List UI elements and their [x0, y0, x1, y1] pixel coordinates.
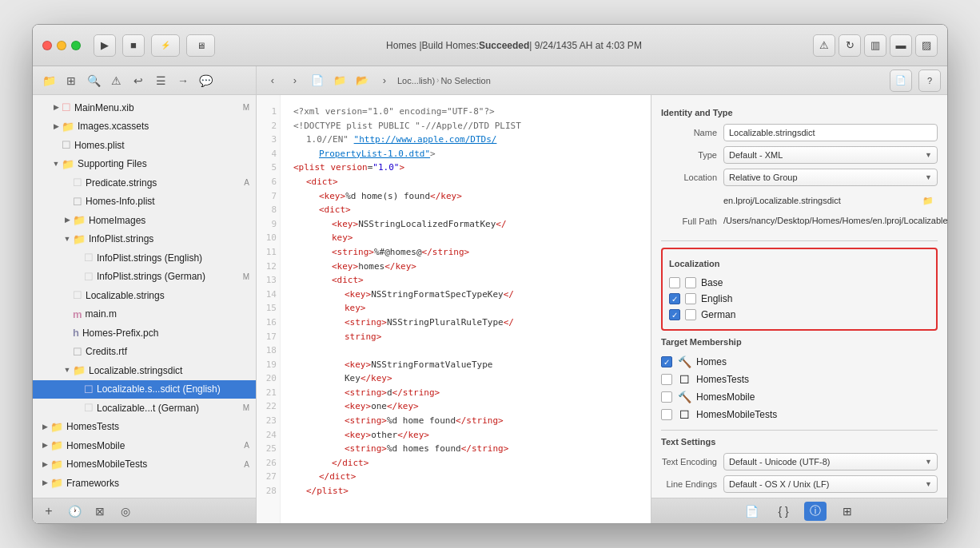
- file-nav-icon[interactable]: 📄: [308, 71, 327, 90]
- code-line: <key>one</key>: [293, 399, 638, 414]
- tree-item-homesmobiletests[interactable]: ▶ 📁 HomesMobileTests A: [33, 455, 256, 475]
- close-button[interactable]: [42, 41, 52, 50]
- tree-item-mainmenu[interactable]: ▶ ☐ MainMenu.xib M: [33, 98, 256, 117]
- location-select[interactable]: Relative to Group ▼: [723, 169, 938, 186]
- tree-item-stringsdict-de[interactable]: ▶ ☐ Localizable...t (German) M: [33, 399, 256, 418]
- list-icon[interactable]: ☰: [151, 71, 170, 90]
- history-button[interactable]: 🕐: [65, 502, 84, 521]
- activity-button[interactable]: ↻: [839, 34, 861, 57]
- tree-item-main-m[interactable]: ▶ m main.m: [33, 305, 256, 324]
- add-button[interactable]: +: [39, 502, 58, 521]
- file-icon: ☐: [73, 175, 82, 191]
- homestests-target-checkbox[interactable]: [661, 374, 672, 385]
- play-button[interactable]: ▶: [94, 34, 116, 57]
- tree-item-localizable-strings[interactable]: ▶ ☐ Localizable.strings: [33, 286, 256, 305]
- tree-item-predicate[interactable]: ▶ ☐ Predicate.strings A: [33, 173, 256, 193]
- badge: M: [243, 271, 249, 283]
- code-line: Key</key>: [293, 371, 638, 386]
- tree-item-infoplist-de[interactable]: ▶ ☐ InfoPlist.strings (German) M: [33, 268, 256, 287]
- encoding-select[interactable]: Default - Unicode (UTF-8) ▼: [723, 453, 938, 471]
- german-checkbox[interactable]: [669, 309, 680, 320]
- tree-item-stringsdict-en[interactable]: ▶ ☐ Localizable.s...sdict (English): [33, 380, 256, 399]
- breadcrumb-item[interactable]: No Selection: [440, 76, 490, 85]
- location-button[interactable]: ◎: [116, 502, 135, 521]
- german-checkbox2[interactable]: [685, 309, 696, 320]
- grid-icon[interactable]: ⊞: [62, 71, 81, 90]
- file-label: Predicate.strings: [86, 176, 157, 190]
- file-icon: m: [73, 307, 82, 323]
- device-button[interactable]: 🖥: [186, 34, 215, 57]
- loc-row-german: German: [669, 307, 930, 323]
- code-editor[interactable]: <?xml version="1.0" encoding="UTF-8"?> <…: [281, 95, 651, 523]
- homes-target-checkbox[interactable]: [661, 356, 672, 367]
- tree-item-homeimages[interactable]: ▶ 📁 HomeImages: [33, 211, 256, 230]
- build-settings-btn[interactable]: ⊞: [836, 502, 858, 521]
- tree-item-supporting[interactable]: ▼ 📁 Supporting Files: [33, 155, 256, 174]
- file-inspector-btn[interactable]: 📄: [740, 502, 763, 521]
- base-checkbox[interactable]: [669, 277, 680, 288]
- back-button[interactable]: ‹: [263, 71, 282, 90]
- tree-item-frameworks[interactable]: ▶ 📁 Frameworks: [33, 474, 256, 493]
- folder-nav-icon[interactable]: 📁: [330, 71, 349, 90]
- folder-icon[interactable]: 📁: [39, 71, 58, 90]
- tree-item-infoplist[interactable]: ▼ 📁 InfoPlist.strings: [33, 230, 256, 249]
- base-checkbox2[interactable]: [685, 277, 696, 288]
- folder2-nav-icon[interactable]: 📂: [353, 71, 372, 90]
- new-file-button[interactable]: 📄: [890, 69, 912, 92]
- homesmobiletests-target-checkbox[interactable]: [661, 409, 672, 420]
- utility-toggle[interactable]: ▨: [915, 34, 938, 57]
- arrow-icon[interactable]: →: [173, 71, 193, 90]
- target-row-homesmobiletests: ☐ HomesMobileTests: [661, 406, 938, 423]
- type-select[interactable]: Default - XML ▼: [723, 146, 938, 164]
- file-icon: ☐: [73, 344, 82, 360]
- warnings-button[interactable]: ⚠: [813, 34, 835, 57]
- main-content: 📁 ⊞ 🔍 ⚠ ↩ ☰ → 💬 ▶ ☐ MainMenu.xib M: [33, 66, 947, 523]
- build-status: Homes | Build Homes: Succeeded | 9/24/14…: [221, 40, 807, 51]
- tree-item-homes-plist[interactable]: ▶ ☐ Homes.plist: [33, 136, 256, 155]
- tree-item-homesmobile[interactable]: ▶ 📁 HomesMobile A: [33, 436, 256, 455]
- sidebar-bottom: + 🕐 ⊠ ◎: [33, 498, 256, 523]
- arrow-open-icon: ▼: [50, 159, 62, 170]
- arrow-nav-icon[interactable]: ›: [375, 71, 394, 90]
- type-value: Default - XML: [729, 150, 783, 160]
- tree-item-infoplist-en[interactable]: ▶ ☐ InfoPlist.strings (English): [33, 248, 256, 268]
- stop-button[interactable]: ■: [122, 34, 145, 57]
- quick-help-btn[interactable]: { }: [772, 502, 795, 521]
- code-line: <key>NSStringFormatValueType: [293, 358, 638, 372]
- file-icon: ☐: [84, 400, 94, 416]
- undo-icon[interactable]: ↩: [129, 71, 148, 90]
- forward-button[interactable]: ›: [285, 71, 305, 90]
- maximize-button[interactable]: [71, 41, 81, 50]
- tree-item-homes-prefix[interactable]: ▶ h Homes-Prefix.pch: [33, 324, 256, 343]
- breadcrumb-item[interactable]: Loc...lish): [397, 76, 435, 85]
- tree-item-credits[interactable]: ▶ ☐ Credits.rtf: [33, 343, 256, 362]
- line-endings-select[interactable]: Default - OS X / Unix (LF) ▼: [723, 475, 938, 493]
- filter-button[interactable]: ⊠: [90, 502, 110, 521]
- homesmobile-target-checkbox[interactable]: [661, 391, 672, 403]
- code-line: PropertyList-1.0.dtd">: [293, 147, 638, 161]
- build-result: Succeeded: [479, 40, 529, 51]
- name-input[interactable]: Localizable.stringsdict: [723, 124, 938, 141]
- code-line: <dict>: [293, 203, 638, 217]
- debug-toggle[interactable]: ▬: [890, 34, 912, 57]
- chat-icon[interactable]: 💬: [196, 71, 215, 90]
- breadcrumb-sep: ›: [436, 76, 439, 85]
- minimize-button[interactable]: [57, 41, 66, 50]
- encoding-row: Text Encoding Default - Unicode (UTF-8) …: [661, 453, 938, 471]
- file-label: HomeImages: [89, 213, 145, 228]
- loc-row-base: Base: [669, 275, 930, 291]
- navigator-toggle[interactable]: ▥: [864, 34, 886, 57]
- tree-item-stringsdict-folder[interactable]: ▼ 📁 Localizable.stringsdict: [33, 361, 256, 380]
- target-icon: ☐: [677, 373, 691, 386]
- tree-item-homestests[interactable]: ▶ 📁 HomesTests: [33, 418, 256, 437]
- tree-item-homes-info[interactable]: ▶ ☐ Homes-Info.plist: [33, 193, 256, 212]
- folder-browse-icon[interactable]: 📁: [918, 191, 938, 210]
- scheme-button[interactable]: ⚡: [151, 34, 180, 57]
- identity-inspector-btn[interactable]: ⓘ: [804, 502, 827, 521]
- tree-item-images[interactable]: ▶ 📁 Images.xcassets: [33, 117, 256, 137]
- search-icon[interactable]: 🔍: [84, 71, 103, 90]
- english-checkbox2[interactable]: [685, 293, 696, 304]
- english-checkbox[interactable]: [669, 293, 680, 304]
- help-button[interactable]: ?: [918, 69, 941, 92]
- warning-icon[interactable]: ⚠: [106, 71, 125, 90]
